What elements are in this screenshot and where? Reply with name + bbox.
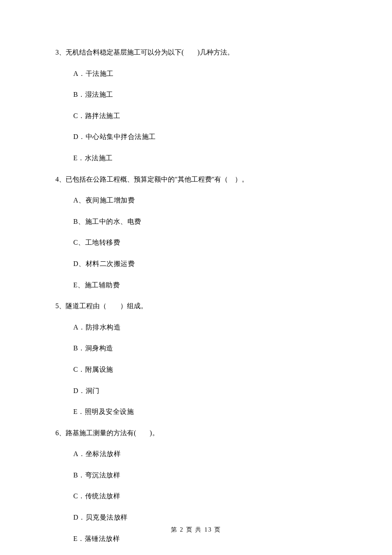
question-5: 5、隧道工程由（ ）组成。 xyxy=(55,301,337,312)
document-page: 3、无机结合料稳定基层施工可以分为以下( )几种方法。 A．干法施工 B．湿法施… xyxy=(0,0,392,555)
question-5-option-a: A．防排水构造 xyxy=(73,322,337,333)
question-3-option-a: A．干法施工 xyxy=(73,68,337,79)
question-3-option-e: E．水法施工 xyxy=(73,153,337,164)
question-6: 6、路基施工测量的方法有( )。 xyxy=(55,428,337,439)
question-6-option-c: C．传统法放样 xyxy=(73,491,337,502)
question-5-option-d: D．洞门 xyxy=(73,385,337,396)
question-6-option-b: B．弯沉法放样 xyxy=(73,470,337,481)
question-5-option-e: E．照明及安全设施 xyxy=(73,406,337,417)
question-6-option-e: E．落锤法放样 xyxy=(73,533,337,544)
question-3-option-b: B．湿法施工 xyxy=(73,89,337,100)
question-3: 3、无机结合料稳定基层施工可以分为以下( )几种方法。 xyxy=(55,47,337,58)
question-4-option-c: C、工地转移费 xyxy=(73,237,337,248)
question-4: 4、已包括在公路工程概、预算定额中的"其他工程费"有（ ）。 xyxy=(55,174,337,185)
question-6-option-a: A．坐标法放样 xyxy=(73,448,337,460)
question-6-option-d: D．贝克曼法放样 xyxy=(73,512,337,523)
question-5-option-b: B．洞身构造 xyxy=(73,343,337,354)
page-footer: 第 2 页 共 13 页 xyxy=(0,526,392,534)
question-4-option-a: A、夜间施工增加费 xyxy=(73,195,337,206)
question-3-option-d: D．中心站集中拌合法施工 xyxy=(73,131,337,142)
question-5-option-c: C．附属设施 xyxy=(73,364,337,375)
question-4-option-b: B、施工中的水、电费 xyxy=(73,216,337,227)
question-3-option-c: C．路拌法施工 xyxy=(73,110,337,121)
question-4-option-e: E、施工辅助费 xyxy=(73,280,337,291)
question-4-option-d: D、材料二次搬运费 xyxy=(73,258,337,269)
